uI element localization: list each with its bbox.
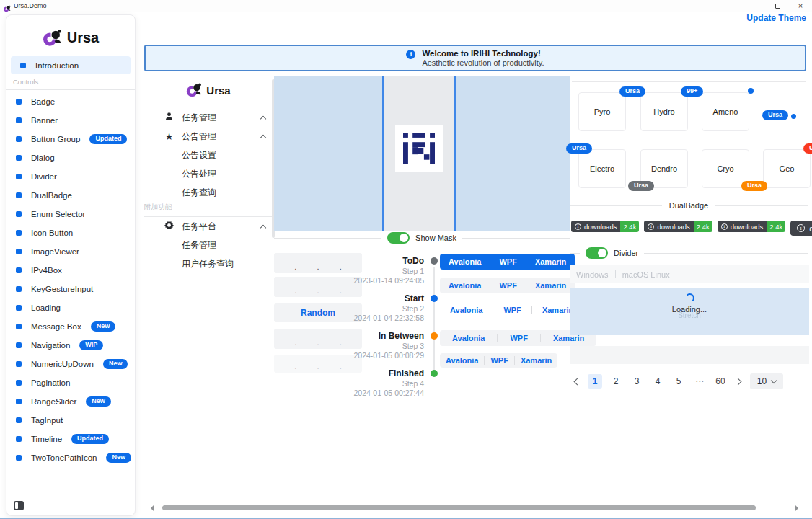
standalone-dot-badge <box>791 114 796 119</box>
avalonia-button[interactable]: Avalonia <box>440 334 497 342</box>
badge-card-electro: Electro <box>578 149 626 188</box>
info-icon: i <box>648 223 654 230</box>
image-viewer[interactable] <box>274 76 570 231</box>
chevron-down-icon <box>771 377 777 383</box>
scrollbar-thumb[interactable] <box>162 505 756 510</box>
sidebar-item[interactable]: DualBadge <box>6 186 135 205</box>
horizontal-scrollbar[interactable] <box>144 505 808 512</box>
avalonia-button[interactable]: Avalonia <box>440 306 493 314</box>
person-icon <box>164 112 175 123</box>
scroll-left-icon[interactable] <box>148 505 154 511</box>
sidebar-collapse-icon[interactable] <box>14 501 24 510</box>
ursa-badge-gray: Ursa <box>628 181 654 191</box>
gear-icon <box>164 221 175 232</box>
sidebar-item-introduction[interactable]: Introduction <box>11 56 131 74</box>
show-mask-toggle[interactable] <box>387 232 410 244</box>
nav-subitem[interactable]: 公告处理 <box>144 164 273 183</box>
status-badge: Updated <box>89 134 127 144</box>
status-badge: New <box>106 453 131 463</box>
wpf-button[interactable]: WPF <box>490 281 525 290</box>
bullet-icon <box>16 305 22 311</box>
sidebar-item[interactable]: Icon Button <box>6 223 135 242</box>
page-number[interactable]: 4 <box>650 374 665 389</box>
sidebar-item[interactable]: Dialog <box>6 148 135 167</box>
sidebar-item[interactable]: TwoTonePathIcon New <box>6 448 135 467</box>
nav-logo: Ursa <box>144 78 273 102</box>
ursa-badge: Ursa <box>566 143 592 154</box>
page-number[interactable]: ⋯ <box>692 374 707 389</box>
nav-item-announcement-management[interactable]: ★ 公告管理 <box>144 127 273 146</box>
sidebar-item[interactable]: Timeline Updated <box>6 430 135 448</box>
sidebar-item[interactable]: Loading <box>6 298 135 317</box>
app-title: Ursa.Demo <box>14 2 47 9</box>
bullet-icon <box>16 249 22 254</box>
loading-spinner-icon <box>685 293 694 303</box>
dot-badge <box>748 88 754 94</box>
xamarin-button[interactable]: Xamarin <box>514 356 557 365</box>
previous-page-icon[interactable] <box>574 378 581 385</box>
avalonia-button[interactable]: Avalonia <box>440 356 484 365</box>
nav-item-task-platform[interactable]: 任务平台 <box>144 217 273 236</box>
divider-toggle[interactable] <box>586 247 608 259</box>
nav-subitem[interactable]: 任务查询 <box>144 183 273 202</box>
page-number[interactable]: 1 <box>588 374 602 389</box>
page-number[interactable]: 2 <box>609 374 623 389</box>
maximize-button[interactable] <box>766 0 789 12</box>
sidebar-item[interactable]: KeyGestureInput <box>6 280 135 298</box>
loading-demo: Loading... Stretch <box>570 288 809 335</box>
sidebar-item[interactable]: Badge <box>6 92 135 111</box>
status-badge: New <box>103 359 128 369</box>
scroll-right-icon[interactable] <box>795 505 801 511</box>
sidebar-item[interactable]: ImageViewer <box>6 242 135 261</box>
wpf-button[interactable]: WPF <box>490 257 525 266</box>
button-group-compact: Avalonia WPF Xamarin <box>440 353 557 368</box>
sidebar-item[interactable]: NumericUpDown New <box>6 355 135 373</box>
sidebar-item[interactable]: Enum Selector <box>6 205 135 223</box>
welcome-banner: i Welcome to IRIHI Technology! Aesthetic… <box>144 45 806 71</box>
avalonia-button[interactable]: Avalonia <box>440 257 490 266</box>
ursa-badge-red: Ursa <box>803 143 812 154</box>
wpf-button[interactable]: WPF <box>484 356 513 365</box>
nav-subitem[interactable]: 公告设置 <box>144 146 273 164</box>
nav-subitem[interactable]: 任务管理 <box>144 236 273 254</box>
sidebar-list: Badge Banner Button Group Updated Dialog… <box>6 92 135 467</box>
sidebar-item[interactable]: Message Box New <box>6 317 135 336</box>
count-badge: 99+ <box>681 86 703 97</box>
nav-item-task-management[interactable]: 任务管理 <box>144 108 273 127</box>
next-page-icon[interactable] <box>735 378 742 385</box>
sidebar-item[interactable]: Divider <box>6 167 135 186</box>
sidebar-item[interactable]: Navigation WIP <box>6 336 135 355</box>
status-badge: Updated <box>71 434 109 444</box>
bullet-icon <box>16 136 22 142</box>
page-size-select[interactable]: 10 <box>750 373 783 389</box>
sidebar-item[interactable]: TagInput <box>6 411 135 430</box>
sidebar-item[interactable]: Button Group Updated <box>6 130 135 148</box>
timeline-dot-icon <box>431 370 438 377</box>
page-number[interactable]: 60 <box>713 374 728 389</box>
bullet-icon <box>16 324 22 329</box>
page-number[interactable]: 3 <box>630 374 644 389</box>
close-button[interactable]: × <box>789 0 812 12</box>
bullet-icon <box>20 63 26 68</box>
page-number[interactable]: 5 <box>671 374 686 389</box>
sidebar-item[interactable]: Pagination <box>6 373 135 392</box>
wpf-button[interactable]: WPF <box>493 306 531 314</box>
sidebar-item[interactable]: IPv4Box <box>6 261 135 280</box>
info-icon: i <box>721 223 728 230</box>
bullet-icon <box>16 117 22 123</box>
sidebar-item[interactable]: Banner <box>6 111 135 130</box>
bullet-icon <box>16 211 22 217</box>
sidebar-item[interactable]: RangeSlider New <box>6 392 135 411</box>
update-theme-button[interactable]: Update Theme <box>746 13 806 23</box>
avalonia-button[interactable]: Avalonia <box>440 281 490 290</box>
navigation-demo: Ursa 任务管理 ★ 公告管理 公告设置 公告处理 任务查询 附加功能 任务平… <box>144 78 273 273</box>
wpf-button[interactable]: WPF <box>497 334 539 342</box>
ursa-logo-icon <box>186 82 202 98</box>
nav-section-label: 附加功能 <box>144 203 273 217</box>
info-icon: i <box>575 223 581 230</box>
nav-subitem[interactable]: 用户任务查询 <box>144 254 273 273</box>
dualbadge-divider: DualBadge <box>570 200 808 211</box>
dualbadge-row: idownloads 2.4k idownloads 2.4k idownloa… <box>571 221 812 236</box>
timeline-demo: ToDo Step 1 2023-01-14 09:24:05 Start St… <box>310 254 483 398</box>
minimize-button[interactable] <box>743 0 766 12</box>
